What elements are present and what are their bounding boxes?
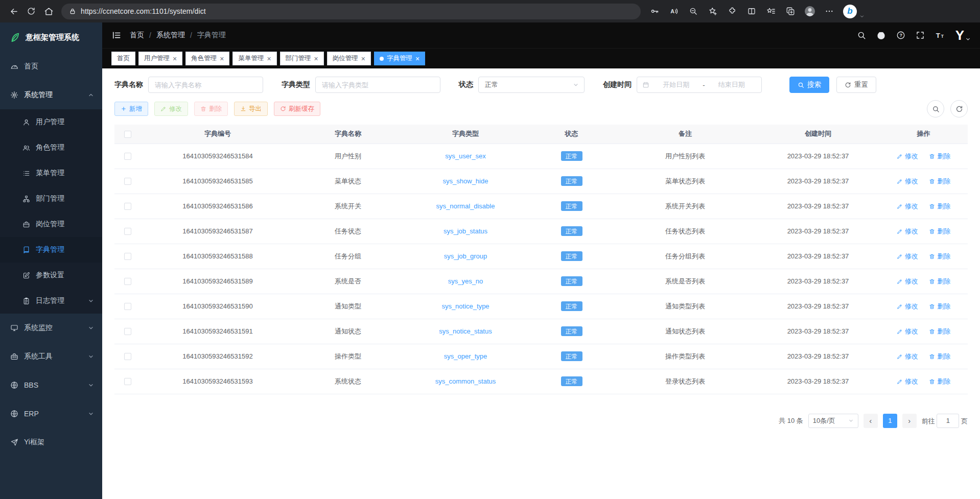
extensions-button[interactable] [724, 3, 741, 20]
dict-type-link[interactable]: sys_show_hide [443, 177, 488, 185]
breadcrumb-system[interactable]: 系统管理 [156, 31, 185, 40]
row-edit-button[interactable]: 修改 [897, 277, 918, 286]
row-delete-button[interactable]: 删除 [929, 152, 950, 161]
close-icon[interactable]: × [220, 55, 224, 62]
row-edit-button[interactable]: 修改 [897, 177, 918, 186]
row-checkbox[interactable] [124, 303, 131, 310]
row-edit-button[interactable]: 修改 [897, 252, 918, 261]
sidebar-item-dict-management[interactable]: 字典管理 [0, 237, 102, 263]
dict-type-input[interactable] [315, 77, 440, 93]
tag-menu-management[interactable]: 菜单管理× [232, 52, 276, 65]
row-checkbox[interactable] [124, 228, 131, 235]
row-edit-button[interactable]: 修改 [897, 227, 918, 236]
profile-button[interactable] [801, 3, 819, 20]
sidebar-item-erp[interactable]: ERP [0, 399, 102, 428]
row-delete-button[interactable]: 删除 [929, 377, 950, 386]
row-checkbox[interactable] [124, 328, 131, 335]
bing-discover-button[interactable]: b [843, 5, 857, 18]
breadcrumb-home[interactable]: 首页 [130, 31, 144, 40]
dict-type-link[interactable]: sys_yes_no [448, 277, 483, 285]
add-button[interactable]: 新增 [114, 102, 148, 116]
read-aloud-button[interactable]: A [665, 3, 683, 20]
tag-dict-management[interactable]: 字典管理× [374, 52, 425, 65]
browser-refresh-button[interactable] [22, 3, 40, 20]
bing-caret-icon[interactable] [859, 14, 865, 20]
row-edit-button[interactable]: 修改 [897, 352, 918, 361]
sidebar-item-post-management[interactable]: 岗位管理 [0, 211, 102, 237]
goto-page-input[interactable] [937, 414, 959, 428]
row-delete-button[interactable]: 删除 [929, 227, 950, 236]
row-edit-button[interactable]: 修改 [897, 302, 918, 311]
row-checkbox[interactable] [124, 253, 131, 260]
row-delete-button[interactable]: 删除 [929, 177, 950, 186]
sidebar-item-system-tools[interactable]: 系统工具 [0, 342, 102, 371]
tag-post-management[interactable]: 岗位管理× [327, 52, 371, 65]
refresh-table-button[interactable] [950, 100, 968, 117]
close-icon[interactable]: × [267, 55, 271, 62]
row-checkbox[interactable] [124, 153, 131, 160]
select-all-checkbox[interactable] [124, 131, 131, 138]
close-icon[interactable]: × [173, 55, 177, 62]
sidebar-item-system[interactable]: 系统管理 [0, 81, 102, 109]
split-screen-button[interactable] [743, 3, 760, 20]
dict-type-link[interactable]: sys_normal_disable [436, 202, 495, 210]
sidebar-item-menu-management[interactable]: 菜单管理 [0, 160, 102, 186]
date-range-picker[interactable]: 开始日期 - 结束日期 [637, 77, 762, 93]
next-page-button[interactable]: › [902, 414, 917, 428]
browser-back-button[interactable] [5, 3, 22, 20]
dict-type-link[interactable]: sys_notice_type [441, 302, 489, 310]
row-edit-button[interactable]: 修改 [897, 377, 918, 386]
dict-type-link[interactable]: sys_oper_type [444, 352, 487, 360]
dict-type-link[interactable]: sys_notice_status [439, 327, 492, 335]
row-delete-button[interactable]: 删除 [929, 252, 950, 261]
delete-button[interactable]: 删除 [194, 102, 228, 116]
close-icon[interactable]: × [361, 55, 365, 62]
toggle-search-button[interactable] [927, 100, 944, 117]
row-delete-button[interactable]: 删除 [929, 302, 950, 311]
row-delete-button[interactable]: 删除 [929, 327, 950, 336]
row-checkbox[interactable] [124, 353, 131, 360]
collections-button[interactable] [782, 3, 799, 20]
row-checkbox[interactable] [124, 203, 131, 210]
row-checkbox[interactable] [124, 378, 131, 385]
browser-home-button[interactable] [40, 3, 57, 20]
dict-type-link[interactable]: sys_job_group [444, 252, 487, 260]
fullscreen-button[interactable] [916, 31, 925, 40]
close-icon[interactable]: × [415, 55, 419, 62]
password-key-button[interactable] [646, 3, 663, 20]
github-button[interactable] [876, 31, 886, 40]
row-delete-button[interactable]: 删除 [929, 202, 950, 211]
row-edit-button[interactable]: 修改 [897, 327, 918, 336]
page-size-select[interactable]: 10条/页 [808, 414, 858, 428]
dict-name-input[interactable] [148, 77, 263, 93]
row-delete-button[interactable]: 删除 [929, 352, 950, 361]
sidebar-item-system-monitor[interactable]: 系统监控 [0, 314, 102, 342]
tag-dept-management[interactable]: 部门管理× [280, 52, 324, 65]
sidebar-item-home[interactable]: 首页 [0, 52, 102, 81]
tag-user-management[interactable]: 用户管理× [138, 52, 182, 65]
row-edit-button[interactable]: 修改 [897, 202, 918, 211]
row-checkbox[interactable] [124, 278, 131, 285]
sidebar-item-user-management[interactable]: 用户管理 [0, 109, 102, 135]
export-button[interactable]: 导出 [234, 102, 268, 116]
sidebar-toggle-button[interactable] [111, 30, 122, 40]
tag-role-management[interactable]: 角色管理× [185, 52, 229, 65]
sidebar-item-bbs[interactable]: BBS [0, 371, 102, 399]
sidebar-item-dept-management[interactable]: 部门管理 [0, 186, 102, 211]
app-logo[interactable]: 意框架管理系统 [0, 22, 102, 52]
status-select[interactable]: 正常 [478, 77, 585, 93]
dict-type-link[interactable]: sys_job_status [444, 227, 487, 235]
font-size-button[interactable]: TT [935, 30, 945, 40]
sidebar-item-yi-framework[interactable]: Yi框架 [0, 428, 102, 457]
row-delete-button[interactable]: 删除 [929, 277, 950, 286]
sidebar-item-param-settings[interactable]: 参数设置 [0, 263, 102, 288]
search-button[interactable]: 搜索 [789, 77, 829, 93]
address-bar[interactable]: https://ccnetcore.com:1101/system/dict [61, 4, 641, 19]
row-checkbox[interactable] [124, 178, 131, 185]
current-page-button[interactable]: 1 [883, 414, 897, 428]
edit-button[interactable]: 修改 [154, 102, 188, 116]
favorites-button[interactable] [762, 3, 780, 20]
dict-type-link[interactable]: sys_user_sex [445, 152, 485, 160]
header-search-button[interactable] [857, 31, 866, 40]
row-edit-button[interactable]: 修改 [897, 152, 918, 161]
